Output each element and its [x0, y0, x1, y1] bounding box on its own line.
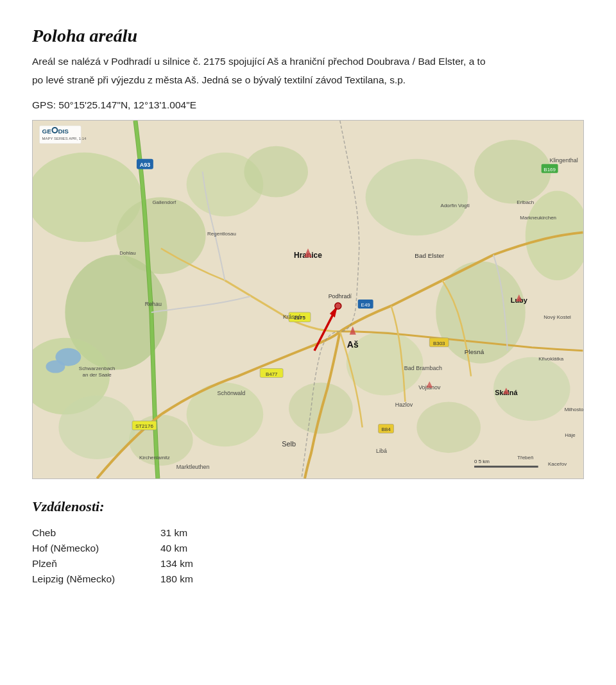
svg-text:E49: E49 — [361, 301, 371, 307]
svg-text:Krásná: Krásná — [283, 313, 301, 319]
svg-point-8 — [474, 139, 551, 203]
svg-text:Gallendorf: Gallendorf — [152, 199, 176, 205]
svg-text:Erlbach: Erlbach — [517, 199, 534, 205]
svg-rect-82 — [474, 466, 538, 468]
svg-text:Selb: Selb — [282, 440, 296, 448]
svg-text:Hazlov: Hazlov — [395, 402, 413, 408]
city-name: Cheb — [32, 525, 160, 541]
svg-text:Adorfin Vogtl: Adorfin Vogtl — [441, 202, 470, 208]
svg-text:Nový Kostel: Nový Kostel — [543, 314, 571, 319]
svg-text:B169: B169 — [543, 166, 556, 172]
svg-text:Regentlosau: Regentlosau — [207, 231, 236, 237]
svg-point-6 — [244, 146, 308, 197]
svg-text:GE: GE — [42, 127, 51, 134]
svg-text:Háje: Háje — [565, 432, 576, 438]
svg-text:Podhradí: Podhradí — [329, 293, 352, 300]
description-line2: po levé straně při výjezdu z města Aš. J… — [32, 72, 584, 87]
svg-point-69 — [335, 302, 341, 309]
svg-text:Marktleuthen: Marktleuthen — [176, 464, 210, 470]
svg-text:A93: A93 — [140, 161, 150, 167]
svg-text:MAPY SERIES APR, 1:14: MAPY SERIES APR, 1:14 — [42, 136, 87, 140]
svg-text:Aš: Aš — [347, 339, 359, 349]
svg-text:Dohlau: Dohlau — [119, 250, 135, 256]
svg-point-12 — [416, 402, 481, 453]
svg-text:Třebeň: Třebeň — [517, 455, 533, 461]
distance-row: Cheb 31 km — [32, 525, 193, 541]
svg-point-7 — [366, 158, 468, 235]
city-name: Leipzig (Německo) — [32, 571, 160, 587]
map-svg: A93 2175 ST2176 B303 B477 Aš Hranice Bad… — [33, 121, 583, 478]
svg-text:Klingenthal: Klingenthal — [549, 156, 578, 163]
description-line1: Areál se nalézá v Podhradí u silnice č. … — [32, 54, 584, 69]
svg-text:Kirchenlamitz: Kirchenlamitz — [139, 455, 170, 461]
map-container: A93 2175 ST2176 B303 B477 Aš Hranice Bad… — [32, 120, 584, 479]
city-name: Plzeň — [32, 556, 160, 571]
svg-text:Bad Elster: Bad Elster — [415, 252, 445, 259]
svg-text:0    5 km: 0 5 km — [474, 459, 490, 464]
svg-text:an der Saale: an der Saale — [83, 371, 112, 377]
svg-text:B477: B477 — [266, 371, 278, 376]
svg-text:B84: B84 — [381, 427, 391, 432]
svg-text:Milhostov: Milhostov — [565, 407, 583, 412]
svg-text:Kaceřov: Kaceřov — [548, 461, 567, 467]
city-distance: 40 km — [160, 541, 193, 556]
distance-row: Plzeň 134 km — [32, 556, 193, 571]
svg-text:ST2176: ST2176 — [135, 423, 153, 429]
city-distance: 180 km — [160, 571, 193, 587]
svg-point-19 — [46, 360, 65, 373]
svg-text:B303: B303 — [433, 340, 445, 346]
city-distance: 31 km — [160, 525, 193, 541]
svg-point-73 — [53, 128, 56, 131]
svg-text:Schwarzenbach: Schwarzenbach — [79, 365, 116, 371]
page-title: Poloha areálu — [32, 26, 584, 46]
svg-text:Plesná: Plesná — [465, 348, 484, 355]
distances-title: Vzdálenosti: — [32, 498, 584, 515]
distance-row: Leipzig (Německo) 180 km — [32, 571, 193, 587]
svg-text:Bad Brambach: Bad Brambach — [404, 364, 442, 371]
svg-text:Schönwald: Schönwald — [218, 390, 246, 396]
svg-text:DIS: DIS — [58, 127, 69, 134]
gps-coordinates: GPS: 50°15'25.147"N, 12°13'1.004"E — [32, 99, 584, 111]
distance-row: Hof (Německo) 40 km — [32, 541, 193, 556]
city-name: Hof (Německo) — [32, 541, 160, 556]
distances-table: Cheb 31 km Hof (Německo) 40 km Plzeň 134… — [32, 525, 193, 587]
svg-text:Křivoklátka: Křivoklátka — [538, 355, 564, 361]
svg-text:Rehau: Rehau — [145, 300, 162, 307]
svg-text:Markneukirchen: Markneukirchen — [520, 215, 556, 221]
city-distance: 134 km — [160, 556, 193, 571]
svg-text:Libá: Libá — [376, 448, 387, 454]
